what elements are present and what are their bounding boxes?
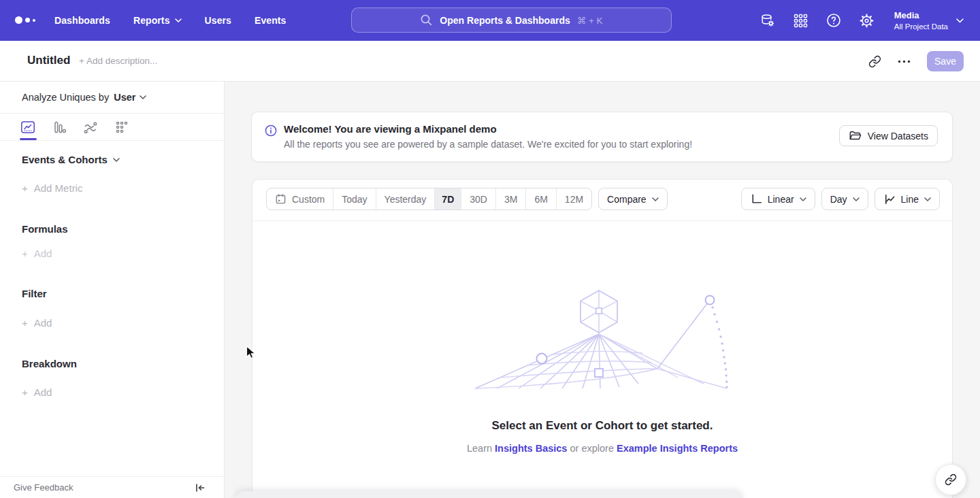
date-range-6m[interactable]: 6M xyxy=(526,188,556,210)
date-range-custom[interactable]: Custom xyxy=(267,188,333,210)
logo-dot xyxy=(25,18,30,22)
link-icon xyxy=(945,474,957,486)
date-range-3m[interactable]: 3M xyxy=(496,188,526,210)
analyze-row: Analyze Uniques by User xyxy=(0,82,224,114)
tab-bar-chart-icon[interactable] xyxy=(52,120,67,135)
search-shortcut: ⌘ + K xyxy=(577,15,603,26)
add-description[interactable]: + Add description... xyxy=(79,56,157,66)
analyze-by-dropdown[interactable]: User xyxy=(114,92,146,103)
axes-icon xyxy=(750,193,762,205)
add-metric-button[interactable]: + Add Metric xyxy=(22,182,82,194)
plus-icon: + xyxy=(22,317,28,329)
project-switcher[interactable]: Media All Project Data xyxy=(894,10,964,31)
empty-state-links: Learn Insights Basics or explore Example… xyxy=(252,443,952,454)
share-link-button[interactable] xyxy=(935,464,966,495)
give-feedback-link[interactable]: Give Feedback xyxy=(14,482,73,493)
chevron-down-icon xyxy=(956,18,964,23)
chart-type-tabs xyxy=(0,114,224,141)
logo-dot xyxy=(33,19,35,22)
report-header: Untitled + Add description... Save xyxy=(0,41,980,82)
add-formula-button[interactable]: + Add xyxy=(22,248,52,259)
plus-icon: + xyxy=(22,386,28,398)
search-placeholder: Open Reports & Dashboards xyxy=(440,15,570,26)
nav-events[interactable]: Events xyxy=(255,15,287,26)
nav-right: Media All Project Data xyxy=(759,0,964,41)
chevron-down-icon xyxy=(853,197,860,201)
folder-icon xyxy=(849,130,862,142)
tab-flows-icon[interactable] xyxy=(83,120,98,135)
empty-state-illustration xyxy=(474,286,732,393)
bottom-sheet[interactable] xyxy=(235,491,743,498)
collapse-sidebar-icon[interactable] xyxy=(195,482,206,493)
primary-nav: Dashboards Reports Users Events xyxy=(54,0,286,41)
calendar-icon xyxy=(275,193,287,205)
banner-subtitle: All the reports you see are powered by a… xyxy=(284,139,692,150)
insights-basics-link[interactable]: Insights Basics xyxy=(495,443,567,454)
mouse-cursor xyxy=(246,346,257,361)
date-range-12m[interactable]: 12M xyxy=(557,188,591,210)
top-nav: Dashboards Reports Users Events Open Rep… xyxy=(0,0,980,41)
compare-button[interactable]: Compare xyxy=(598,188,668,210)
save-button[interactable]: Save xyxy=(927,51,964,71)
formulas-section: Formulas xyxy=(22,223,68,235)
toolbar-divider xyxy=(252,220,952,221)
nav-reports[interactable]: Reports xyxy=(133,15,182,26)
line-chart-icon xyxy=(883,193,896,205)
banner-title: Welcome! You are viewing a Mixpanel demo xyxy=(284,123,497,135)
add-filter-button[interactable]: + Add xyxy=(22,317,52,329)
plus-icon: + xyxy=(22,248,28,259)
info-icon xyxy=(265,124,277,137)
settings-gear-icon[interactable] xyxy=(859,13,875,29)
search-icon xyxy=(420,14,433,27)
add-breakdown-button[interactable]: + Add xyxy=(22,386,52,398)
example-reports-link[interactable]: Example Insights Reports xyxy=(617,443,738,454)
date-range-7d[interactable]: 7D xyxy=(435,188,461,210)
empty-state-title: Select an Event or Cohort to get started… xyxy=(252,419,952,433)
logo-dot xyxy=(15,16,22,24)
nav-users[interactable]: Users xyxy=(205,15,231,26)
chevron-down-icon xyxy=(140,95,146,99)
tab-insights-line-icon[interactable] xyxy=(20,120,35,135)
plus-icon: + xyxy=(22,182,28,194)
tab-retention-icon[interactable] xyxy=(114,120,129,135)
apps-grid-icon[interactable] xyxy=(793,13,808,29)
copy-link-icon[interactable] xyxy=(868,55,881,68)
chevron-down-icon xyxy=(924,197,931,201)
project-name: Media xyxy=(894,10,948,20)
report-card: Custom Today Yesterday 7D 30D 3M 6M 12M … xyxy=(252,179,953,498)
data-management-icon[interactable] xyxy=(759,12,776,29)
chart-type-dropdown[interactable]: Line xyxy=(875,188,940,210)
nav-dashboards[interactable]: Dashboards xyxy=(54,15,110,26)
chart-toolbar: Custom Today Yesterday 7D 30D 3M 6M 12M … xyxy=(266,188,940,210)
date-range-control: Custom Today Yesterday 7D 30D 3M 6M 12M xyxy=(266,188,592,210)
breakdown-section: Breakdown xyxy=(22,358,77,369)
date-range-30d[interactable]: 30D xyxy=(461,188,496,210)
interval-dropdown[interactable]: Day xyxy=(821,188,868,210)
date-range-yesterday[interactable]: Yesterday xyxy=(376,188,436,210)
query-builder-sidebar: Analyze Uniques by User xyxy=(0,82,225,498)
sidebar-footer: Give Feedback xyxy=(0,476,224,498)
date-range-today[interactable]: Today xyxy=(333,188,376,210)
project-scope: All Project Data xyxy=(894,22,948,31)
more-options-icon[interactable] xyxy=(898,60,911,63)
view-datasets-button[interactable]: View Datasets xyxy=(839,125,938,146)
chevron-down-icon xyxy=(800,197,806,201)
report-title[interactable]: Untitled xyxy=(27,54,70,67)
chevron-down-icon xyxy=(175,18,182,22)
events-cohorts-section[interactable]: Events & Cohorts xyxy=(22,154,120,165)
help-icon[interactable] xyxy=(826,12,842,29)
filter-section: Filter xyxy=(22,288,47,299)
chevron-down-icon xyxy=(113,158,120,162)
mixpanel-logo[interactable] xyxy=(15,16,35,24)
chevron-down-icon xyxy=(652,197,659,201)
demo-banner: Welcome! You are viewing a Mixpanel demo… xyxy=(251,112,953,162)
analyze-label: Analyze Uniques by xyxy=(22,92,109,103)
search-input[interactable]: Open Reports & Dashboards ⌘ + K xyxy=(351,7,672,33)
scale-dropdown[interactable]: Linear xyxy=(741,188,815,210)
selected-tab-indicator xyxy=(20,138,37,140)
